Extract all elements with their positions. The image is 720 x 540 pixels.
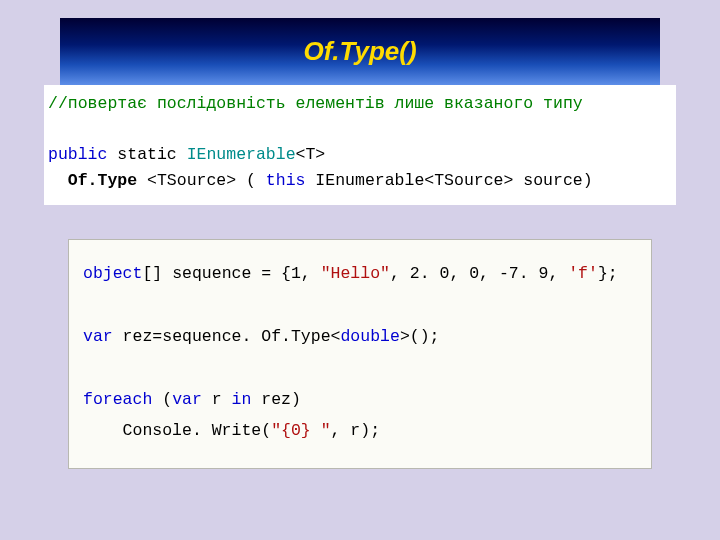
comment-line: //повертає послідовність елементів лише … <box>48 91 672 117</box>
sig-line-2: Of.Type <TSource> ( this IEnumerable<TSo… <box>48 168 672 194</box>
sig-line-1: public static IEnumerable<T> <box>48 142 672 168</box>
slide-title: Of.Type() <box>303 36 416 66</box>
ex-blank-2 <box>83 352 637 383</box>
ex-line-3: foreach (var r in rez) <box>83 384 637 415</box>
signature-block: //повертає послідовність елементів лише … <box>44 85 676 205</box>
ex-line-1: object[] sequence = {1, "Hello", 2. 0, 0… <box>83 258 637 289</box>
example-block: object[] sequence = {1, "Hello", 2. 0, 0… <box>68 239 652 469</box>
ex-line-4: Console. Write("{0} ", r); <box>83 415 637 446</box>
ex-line-2: var rez=sequence. Of.Type<double>(); <box>83 321 637 352</box>
slide-header: Of.Type() <box>60 18 660 85</box>
ex-blank-1 <box>83 290 637 321</box>
blank-line <box>48 117 672 143</box>
